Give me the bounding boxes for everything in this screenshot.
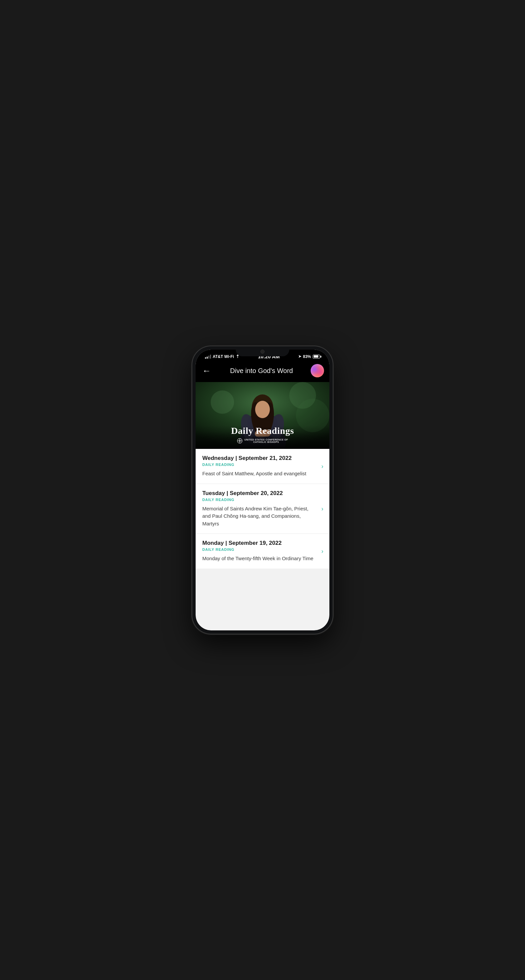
reading-desc-0: Feast of Saint Matthew, Apostle and evan… <box>202 470 323 477</box>
reading-item-2[interactable]: Monday | September 19, 2022 DAILY READIN… <box>196 534 329 568</box>
battery-pct: 83% <box>303 354 311 359</box>
clock: 10:20 AM <box>258 354 279 359</box>
wifi-icon: ⇡ <box>236 354 239 359</box>
svg-point-11 <box>255 401 270 418</box>
avatar[interactable] <box>311 364 324 377</box>
top-nav: ← Dive into God's Word <box>196 362 329 382</box>
usccb-cross-icon <box>237 438 243 444</box>
signal-icon <box>205 355 211 359</box>
screen: AT&T Wi-Fi ⇡ 10:20 AM ➤ 83% ← Dive <box>196 350 329 630</box>
reading-date-2: Monday | September 19, 2022 <box>202 540 323 546</box>
reading-item-1[interactable]: Tuesday | September 20, 2022 DAILY READI… <box>196 484 329 534</box>
chevron-right-icon-0: › <box>321 463 323 469</box>
back-button[interactable]: ← <box>201 365 212 376</box>
reading-date-0: Wednesday | September 21, 2022 <box>202 455 323 461</box>
phone-shell: AT&T Wi-Fi ⇡ 10:20 AM ➤ 83% ← Dive <box>192 346 333 634</box>
svg-rect-23 <box>238 441 241 441</box>
page-title: Dive into God's Word <box>216 367 306 375</box>
org-text: UNITED STATES CONFERENCE OF CATHOLIC BIS… <box>244 439 288 443</box>
reading-desc-1: Memorial of Saints Andrew Kim Tae-gŏn, P… <box>202 505 323 528</box>
reading-label-1: DAILY READING <box>202 498 323 502</box>
hero-overlay: Daily Readings UNITED STATES CONFERENCE … <box>196 420 329 449</box>
carrier-label: AT&T Wi-Fi <box>213 354 234 359</box>
svg-point-2 <box>211 390 234 414</box>
avatar-image <box>311 364 324 377</box>
org-line2: CATHOLIC BISHOPS <box>244 441 288 443</box>
front-camera <box>260 350 265 354</box>
battery-indicator <box>313 355 320 359</box>
reading-desc-2: Monday of the Twenty-fifth Week in Ordin… <box>202 555 323 563</box>
chevron-right-icon-2: › <box>321 547 323 555</box>
readings-list: Wednesday | September 21, 2022 DAILY REA… <box>196 449 329 568</box>
reading-item-0[interactable]: Wednesday | September 21, 2022 DAILY REA… <box>196 449 329 484</box>
location-icon: ➤ <box>298 354 301 359</box>
status-right: ➤ 83% <box>298 354 320 359</box>
reading-label-0: DAILY READING <box>202 463 323 466</box>
reading-date-1: Tuesday | September 20, 2022 <box>202 490 323 497</box>
screen-content: AT&T Wi-Fi ⇡ 10:20 AM ➤ 83% ← Dive <box>196 350 329 630</box>
reading-label-2: DAILY READING <box>202 547 323 552</box>
status-left: AT&T Wi-Fi ⇡ <box>205 354 239 359</box>
org-line1: UNITED STATES CONFERENCE OF <box>244 439 288 441</box>
hero-banner: Daily Readings UNITED STATES CONFERENCE … <box>196 382 329 449</box>
hero-title: Daily Readings <box>202 425 323 436</box>
hero-org-logo: UNITED STATES CONFERENCE OF CATHOLIC BIS… <box>202 438 323 444</box>
chevron-right-icon-1: › <box>321 505 323 512</box>
